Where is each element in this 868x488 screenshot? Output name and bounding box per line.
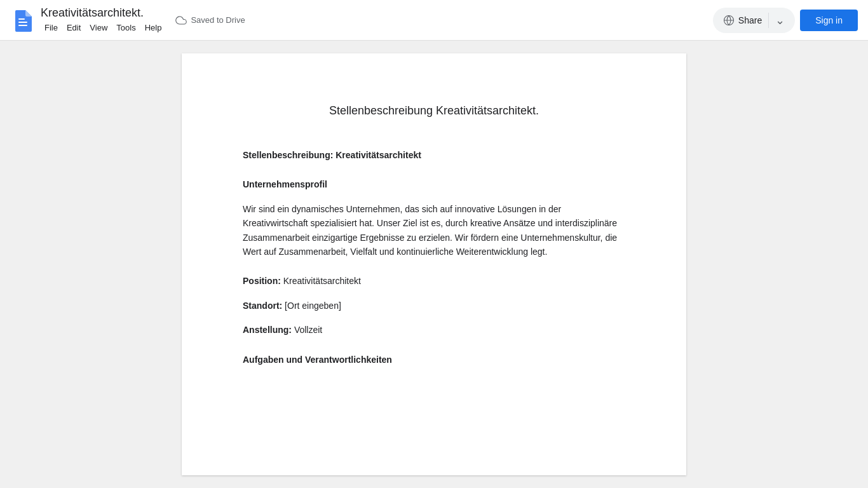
doc-heading: Stellenbeschreibung Kreativitätsarchitek…	[243, 104, 625, 118]
globe-icon	[723, 15, 735, 26]
doc-text-company-body: Wir sind ein dynamisches Unternehmen, da…	[243, 202, 625, 259]
menu-file[interactable]: File	[41, 22, 62, 34]
bold-company-profile: Unternehmensprofil	[243, 179, 327, 189]
svg-rect-3	[18, 18, 25, 20]
bold-location: Standort:	[243, 301, 282, 311]
svg-rect-1	[18, 22, 27, 23]
doc-text-position: Position: Kreativitätsarchitekt	[243, 274, 625, 288]
doc-menu: File Edit View Tools Help	[41, 22, 165, 34]
bold-position: Position:	[243, 276, 281, 286]
svg-rect-2	[18, 25, 27, 26]
docs-icon	[10, 8, 36, 33]
share-button[interactable]: Share ⌄	[713, 8, 795, 33]
signin-button[interactable]: Sign in	[800, 10, 858, 31]
bold-title: Stellenbeschreibung: Kreativitätsarchite…	[243, 150, 421, 160]
header-right: Share ⌄ Sign in	[713, 8, 858, 33]
chevron-down-icon: ⌄	[775, 13, 785, 27]
doc-text-tasks-title: Aufgaben und Verantwortlichkeiten	[243, 353, 625, 367]
bold-tasks: Aufgaben und Verantwortlichkeiten	[243, 355, 392, 365]
doc-title-area: Kreativitätsarchitekt. File Edit View To…	[41, 6, 165, 34]
doc-area: Stellenbeschreibung Kreativitätsarchitek…	[0, 41, 868, 488]
doc-section-title: Stellenbeschreibung: Kreativitätsarchite…	[243, 148, 625, 162]
doc-text-location: Standort: [Ort eingeben]	[243, 299, 625, 313]
menu-edit[interactable]: Edit	[63, 22, 85, 34]
menu-view[interactable]: View	[86, 22, 111, 34]
doc-section-tasks: Aufgaben und Verantwortlichkeiten	[243, 353, 625, 367]
doc-title[interactable]: Kreativitätsarchitekt.	[41, 6, 165, 20]
cloud-icon	[175, 15, 187, 26]
header: Kreativitätsarchitekt. File Edit View To…	[0, 0, 868, 41]
share-label: Share	[738, 15, 762, 25]
doc-text-company-title: Unternehmensprofil	[243, 177, 625, 191]
menu-tools[interactable]: Tools	[112, 22, 139, 34]
header-left: Kreativitätsarchitekt. File Edit View To…	[10, 6, 713, 34]
doc-page: Stellenbeschreibung Kreativitätsarchitek…	[182, 53, 686, 475]
menu-help[interactable]: Help	[141, 22, 166, 34]
saved-status: Saved to Drive	[175, 15, 245, 26]
doc-text-employment: Anstellung: Vollzeit	[243, 323, 625, 337]
bold-employment: Anstellung:	[243, 325, 292, 335]
doc-section-company: Unternehmensprofil Wir sind ein dynamisc…	[243, 177, 625, 259]
share-divider	[768, 13, 769, 28]
doc-text-title: Stellenbeschreibung: Kreativitätsarchite…	[243, 148, 625, 162]
doc-section-details: Position: Kreativitätsarchitekt Standort…	[243, 274, 625, 337]
saved-status-text: Saved to Drive	[191, 15, 245, 25]
